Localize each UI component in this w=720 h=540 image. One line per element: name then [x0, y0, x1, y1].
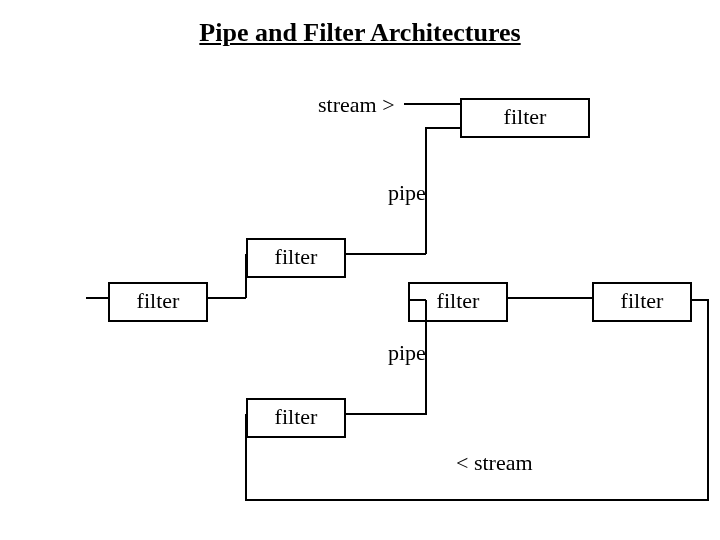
stream-in-label: stream >	[318, 92, 395, 118]
filter-box-top: filter	[460, 98, 590, 138]
filter-box-right: filter	[592, 282, 692, 322]
filter-box-mid-center: filter	[408, 282, 508, 322]
filter-box-mid-upper: filter	[246, 238, 346, 278]
stream-out-label: < stream	[456, 450, 533, 476]
diagram-title: Pipe and Filter Architectures	[0, 18, 720, 48]
pipe-label-2: pipe	[388, 340, 426, 366]
filter-box-left: filter	[108, 282, 208, 322]
connectors	[0, 0, 720, 540]
pipe-label-1: pipe	[388, 180, 426, 206]
filter-box-low: filter	[246, 398, 346, 438]
